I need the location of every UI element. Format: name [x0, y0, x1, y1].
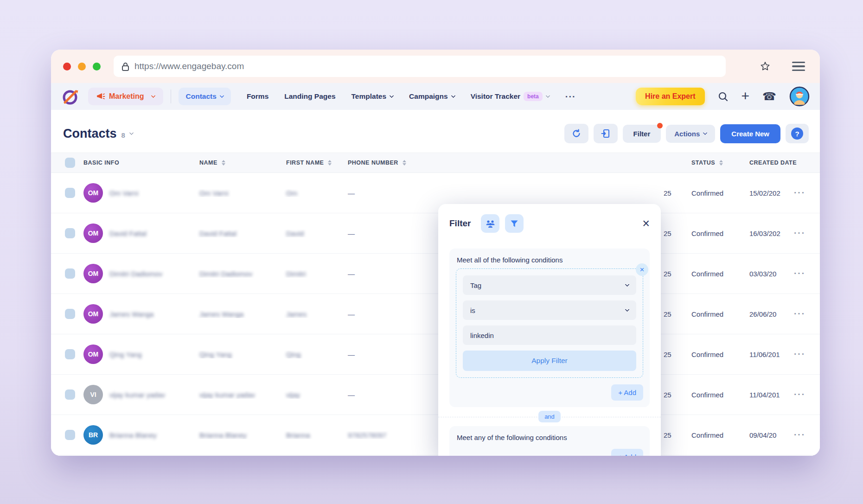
field-select[interactable]: Tag [463, 275, 636, 295]
column-status: STATUS [691, 159, 715, 166]
actions-button[interactable]: Actions [666, 125, 715, 143]
sort-icon[interactable] [222, 160, 225, 166]
cell-created-date: 26/06/20 [747, 310, 791, 318]
engagebay-logo-icon[interactable] [61, 87, 81, 106]
cell-status: Confirmed [689, 189, 747, 197]
nav-more-icon[interactable]: ··· [565, 91, 576, 102]
row-menu-icon[interactable]: ··· [791, 349, 809, 359]
chevron-down-icon [625, 282, 630, 287]
import-button[interactable] [594, 124, 618, 143]
marketing-menu[interactable]: Marketing [88, 88, 163, 105]
cell-first-name: vijay [286, 391, 300, 399]
contact-name[interactable]: Brianna Blaney [109, 431, 157, 439]
maximize-window-button[interactable] [93, 63, 101, 70]
table-row[interactable]: OM David Fattal David Fattal David — 25 … [51, 213, 820, 254]
row-checkbox[interactable] [65, 268, 75, 279]
nav-item-contacts[interactable]: Contacts [179, 88, 231, 105]
select-all-checkbox[interactable] [65, 158, 75, 168]
meet-all-group: Meet all of the following conditions × T… [449, 249, 650, 407]
cell-created-date: 03/03/20 [747, 270, 791, 278]
cell-phone: 9782578097 [345, 431, 440, 439]
row-menu-icon[interactable]: ··· [791, 309, 809, 319]
nav-label: Campaigns [409, 92, 448, 101]
call-phone-icon[interactable]: ☎ [762, 91, 776, 102]
cell-name: David Fattal [199, 230, 237, 237]
sort-icon[interactable] [719, 160, 723, 166]
table-row[interactable]: OM James Wanga James Wanga James — 25 Co… [51, 294, 820, 334]
row-menu-icon[interactable]: ··· [791, 430, 809, 440]
cell-status: Confirmed [689, 230, 747, 237]
bookmark-star-icon[interactable] [760, 61, 771, 72]
nav-label: Forms [247, 92, 268, 101]
add-condition-button[interactable]: + Add [611, 384, 643, 401]
apply-filter-button[interactable]: Apply Filter [463, 351, 636, 371]
cell-phone: — [345, 310, 440, 318]
close-window-button[interactable] [63, 63, 71, 70]
browser-window: https://www.engagebay.com Marketing [51, 50, 820, 456]
row-menu-icon[interactable]: ··· [791, 389, 809, 400]
people-icon [486, 219, 495, 228]
table-row[interactable]: OM Qing Yang Qing Yang Qing — 25 Confirm… [51, 334, 820, 375]
cell-status: Confirmed [689, 431, 747, 439]
and-pill: and [538, 411, 561, 422]
close-icon[interactable]: × [642, 217, 650, 230]
nav-item-landing-pages[interactable]: Landing Pages [284, 92, 335, 101]
operator-select[interactable]: is [463, 300, 636, 320]
table-row[interactable]: BR Brianna Blaney Brianna Blaney Brianna… [51, 415, 820, 455]
nav-item-campaigns[interactable]: Campaigns [409, 92, 455, 101]
row-checkbox[interactable] [65, 349, 75, 359]
search-icon[interactable] [718, 91, 729, 102]
row-checkbox[interactable] [65, 309, 75, 319]
add-condition-button[interactable]: + Add [611, 449, 643, 456]
browser-menu-icon[interactable] [792, 62, 805, 71]
browser-chrome: https://www.engagebay.com [51, 50, 820, 83]
cell-phone: — [345, 189, 440, 197]
cell-name: Dimitri Dadiomov [199, 270, 252, 278]
cell-score: 25 [661, 230, 689, 237]
minimize-window-button[interactable] [78, 63, 86, 70]
create-new-button[interactable]: Create New [720, 124, 780, 143]
contact-name[interactable]: James Wanga [109, 310, 153, 318]
advanced-filter-tab[interactable] [505, 214, 524, 233]
table-row[interactable]: VI vijay kumar yadav vijay kumar yadav v… [51, 375, 820, 415]
address-bar[interactable]: https://www.engagebay.com [114, 56, 726, 77]
row-checkbox[interactable] [65, 188, 75, 198]
help-button[interactable]: ? [786, 124, 809, 143]
hire-expert-button[interactable]: Hire an Expert [636, 88, 704, 105]
cell-created-date: 11/06/201 [747, 351, 791, 358]
chevron-down-icon[interactable] [129, 131, 134, 135]
nav-label: Landing Pages [284, 92, 335, 101]
table-header: BASIC INFO NAME FIRST NAME PHONE NUMBER … [51, 153, 820, 173]
cell-score: 25 [661, 270, 689, 278]
filter-panel: Filter × Meet all of the following condi… [438, 204, 661, 456]
contact-filter-tab[interactable] [481, 214, 499, 233]
import-file-icon [601, 129, 610, 138]
contact-name[interactable]: Dimitri Dadiomov [109, 270, 162, 278]
sort-icon[interactable] [403, 160, 406, 166]
url-text: https://www.engagebay.com [134, 61, 244, 71]
contact-name[interactable]: vijay kumar yadav [109, 391, 165, 399]
contact-name[interactable]: Qing Yang [109, 351, 142, 358]
contact-name[interactable]: David Fattal [109, 230, 147, 237]
row-checkbox[interactable] [65, 430, 75, 440]
user-avatar[interactable] [789, 86, 810, 107]
value-input[interactable]: linkedin [463, 325, 636, 345]
row-menu-icon[interactable]: ··· [791, 268, 809, 279]
filter-button[interactable]: Filter [623, 125, 661, 143]
row-checkbox[interactable] [65, 228, 75, 238]
cell-created-date: 09/04/20 [747, 431, 791, 439]
add-new-icon[interactable]: + [742, 89, 750, 103]
nav-item-forms[interactable]: Forms [247, 92, 268, 101]
sort-icon[interactable] [328, 160, 332, 166]
table-row[interactable]: OM Dimitri Dadiomov Dimitri Dadiomov Dim… [51, 254, 820, 294]
nav-item-visitor-tracker[interactable]: Visitor Tracker beta [471, 92, 550, 101]
contact-name[interactable]: Om Varni [109, 189, 138, 197]
remove-condition-icon[interactable]: × [636, 263, 648, 276]
row-menu-icon[interactable]: ··· [791, 228, 809, 238]
cell-name: Brianna Blaney [199, 431, 247, 439]
refresh-button[interactable] [564, 124, 588, 143]
table-row[interactable]: OM Om Varni Om Varni Om — 25 Confirmed 1… [51, 173, 820, 213]
row-menu-icon[interactable]: ··· [791, 188, 809, 198]
nav-item-templates[interactable]: Templates [352, 92, 394, 101]
row-checkbox[interactable] [65, 389, 75, 400]
